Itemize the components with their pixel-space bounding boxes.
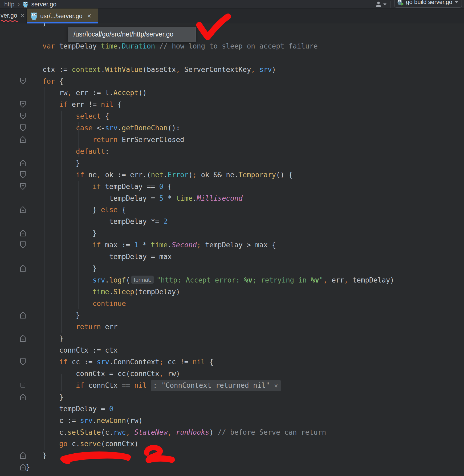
code-line[interactable]: } bbox=[0, 450, 47, 461]
code-line[interactable]: select { bbox=[0, 110, 109, 122]
code-line[interactable]: var tempDelay time.Duration // how long … bbox=[0, 40, 318, 52]
code-line[interactable]: case <-srv.getDoneChan(): bbox=[0, 122, 180, 134]
code-line[interactable]: tempDelay = 5 * time.Millisecond bbox=[0, 192, 243, 204]
code-line[interactable]: } else { bbox=[0, 204, 126, 216]
code-line[interactable]: } bbox=[0, 461, 30, 473]
gopher-icon bbox=[31, 12, 37, 21]
code-line[interactable]: tempDelay *= 2 bbox=[0, 216, 168, 227]
code-line[interactable]: if err != nil { bbox=[0, 99, 122, 110]
code-line[interactable]: } bbox=[0, 309, 80, 321]
code-line[interactable]: srv.logf(format:"http: Accept error: %v;… bbox=[0, 274, 394, 286]
file-path-text: /usr/local/go/src/net/http/server.go bbox=[74, 30, 173, 38]
code-line[interactable]: ctx := context.WithValue(baseCtx, Server… bbox=[0, 64, 276, 75]
code-line[interactable]: } bbox=[0, 333, 63, 344]
code-line[interactable]: connCtx = cc(connCtx, rw) bbox=[0, 368, 180, 380]
user-menu[interactable] bbox=[375, 1, 386, 8]
code-line[interactable]: c := srv.newConn(rw) bbox=[0, 415, 143, 426]
code-line[interactable]: if tempDelay == 0 { bbox=[0, 181, 172, 192]
code-line[interactable]: for { bbox=[0, 75, 63, 87]
active-tab-underline bbox=[27, 22, 98, 23]
code-line[interactable]: connCtx := ctx bbox=[0, 344, 117, 356]
play-icon bbox=[401, 2, 404, 6]
main-toolbar: http › server.go bbox=[0, 0, 464, 9]
run-configuration-label: go build server.go bbox=[406, 0, 452, 6]
file-path-tooltip: /usr/local/go/src/net/http/server.go bbox=[68, 27, 196, 42]
code-line[interactable]: } bbox=[0, 391, 63, 403]
code-line[interactable]: } bbox=[0, 263, 97, 274]
breadcrumb-separator-icon: › bbox=[18, 1, 20, 8]
gopher-icon bbox=[23, 1, 28, 8]
chevron-down-icon bbox=[455, 1, 458, 3]
breadcrumb-file[interactable]: server.go bbox=[31, 1, 56, 8]
code-line[interactable]: if ne, ok := err.(net.Error); ok && ne.T… bbox=[0, 169, 293, 181]
code-line[interactable]: } bbox=[0, 227, 97, 239]
code-editor[interactable]: }var tempDelay time.Duration // how long… bbox=[0, 0, 464, 476]
code-line[interactable]: default: bbox=[0, 146, 109, 157]
breadcrumb: http › server.go bbox=[4, 0, 56, 9]
tab-label: ver.go bbox=[1, 12, 17, 19]
error-squiggle bbox=[1, 20, 19, 22]
code-line[interactable]: if cc := srv.ConnContext; cc != nil { bbox=[0, 356, 213, 368]
user-icon bbox=[375, 1, 382, 8]
code-line[interactable]: if max := 1 * time.Second; tempDelay > m… bbox=[0, 239, 276, 251]
close-icon[interactable]: ✕ bbox=[87, 13, 92, 19]
code-line[interactable]: } bbox=[0, 157, 80, 169]
tab-server-go-background[interactable]: ver.go ✕ bbox=[0, 9, 27, 23]
code-line[interactable]: return err bbox=[0, 321, 117, 333]
close-icon[interactable]: ✕ bbox=[20, 12, 25, 19]
breadcrumb-package[interactable]: http bbox=[4, 1, 14, 8]
code-line[interactable]: c.setState(c.rwc, StateNew, runHooks) //… bbox=[0, 426, 326, 438]
code-line[interactable]: tempDelay = 0 bbox=[0, 403, 113, 415]
tab-usr-server-go-active[interactable]: usr/.../server.go ✕ bbox=[27, 9, 98, 23]
editor-tab-bar: ver.go ✕ usr/.../server.go ✕ bbox=[0, 9, 464, 23]
code-line[interactable]: return ErrServerClosed bbox=[0, 134, 184, 146]
chevron-down-icon bbox=[383, 3, 386, 5]
code-line[interactable]: if connCtx == nil : "ConnContext returne… bbox=[0, 380, 281, 391]
toolbar-divider bbox=[390, 1, 390, 8]
code-line[interactable]: continue bbox=[0, 298, 126, 309]
run-configuration-select[interactable]: go build server.go bbox=[394, 0, 462, 8]
code-line[interactable]: time.Sleep(tempDelay) bbox=[0, 286, 180, 298]
code-line[interactable]: go c.serve(connCtx) bbox=[0, 438, 139, 450]
tab-label: usr/.../server.go bbox=[40, 13, 83, 20]
code-line[interactable]: rw, err := l.Accept() bbox=[0, 87, 147, 99]
code-line[interactable]: tempDelay = max bbox=[0, 251, 172, 263]
